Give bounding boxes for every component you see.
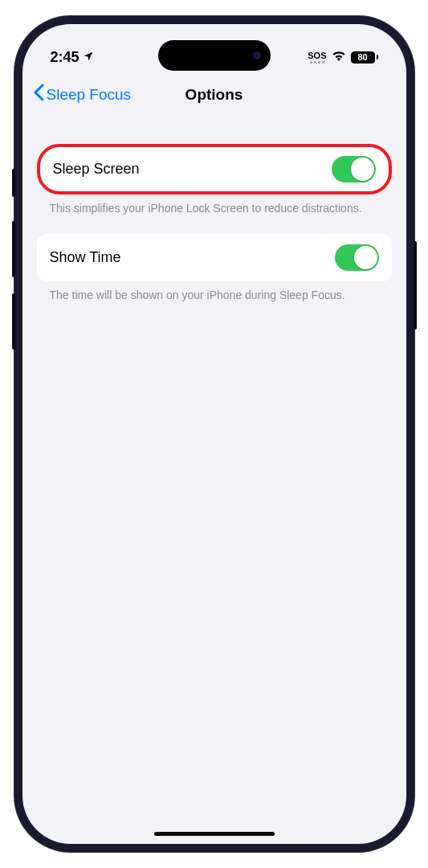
setting-description: The time will be shown on your iPhone du… bbox=[37, 281, 392, 303]
toggle-knob bbox=[354, 246, 377, 269]
side-button bbox=[12, 221, 15, 277]
content: Sleep Screen This simplifies your iPhone… bbox=[22, 120, 406, 303]
setting-label: Show Time bbox=[50, 249, 121, 266]
page-title: Options bbox=[185, 86, 243, 104]
setting-label: Sleep Screen bbox=[53, 161, 140, 178]
nav-bar: Sleep Focus Options bbox=[22, 72, 406, 120]
back-label: Sleep Focus bbox=[47, 86, 132, 104]
side-button bbox=[414, 241, 417, 330]
setting-row-show-time[interactable]: Show Time bbox=[37, 234, 392, 281]
side-button bbox=[12, 169, 15, 197]
status-right: SOS 80 bbox=[308, 50, 377, 64]
status-time: 2:45 bbox=[51, 49, 79, 66]
toggle-sleep-screen[interactable] bbox=[332, 156, 376, 182]
setting-description: This simplifies your iPhone Lock Screen … bbox=[37, 194, 392, 216]
wifi-icon bbox=[332, 50, 346, 64]
status-left: 2:45 bbox=[51, 49, 94, 66]
phone-frame: 2:45 SOS 80 bbox=[14, 16, 414, 852]
location-icon bbox=[83, 49, 94, 66]
battery-indicator: 80 bbox=[351, 51, 378, 63]
setting-group-show-time: Show Time The time will be shown on your… bbox=[37, 234, 392, 303]
setting-group-sleep-screen: Sleep Screen This simplifies your iPhone… bbox=[37, 144, 392, 216]
side-button bbox=[12, 293, 15, 350]
toggle-knob bbox=[351, 158, 374, 181]
screen: 2:45 SOS 80 bbox=[22, 24, 406, 844]
dynamic-island bbox=[158, 40, 271, 71]
sos-indicator: SOS bbox=[308, 51, 326, 63]
chevron-left-icon bbox=[34, 84, 44, 105]
home-indicator[interactable] bbox=[154, 832, 275, 836]
setting-row-sleep-screen[interactable]: Sleep Screen bbox=[37, 144, 392, 194]
back-button[interactable]: Sleep Focus bbox=[34, 84, 132, 105]
toggle-show-time[interactable] bbox=[335, 244, 379, 271]
